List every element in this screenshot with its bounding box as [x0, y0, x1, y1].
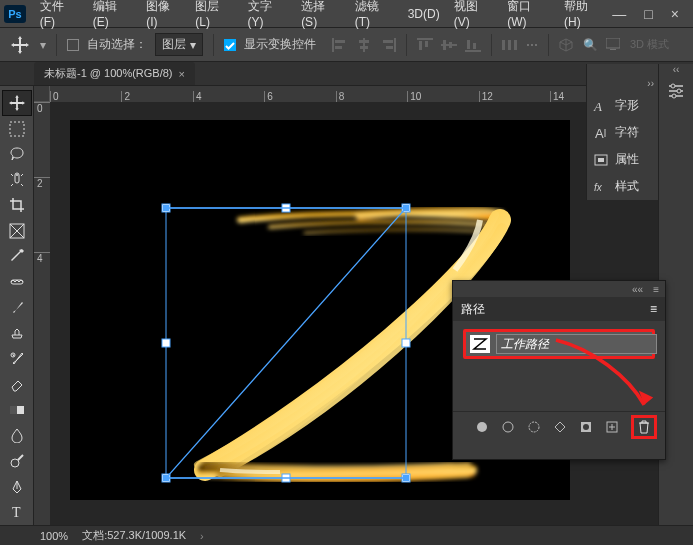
- clone-stamp-tool[interactable]: [2, 320, 32, 346]
- move-tool[interactable]: [2, 90, 32, 116]
- eraser-tool[interactable]: [2, 372, 32, 398]
- panel-options-icon[interactable]: ≡: [650, 302, 657, 316]
- svg-text:fx: fx: [594, 182, 603, 193]
- ruler-origin[interactable]: [34, 86, 50, 102]
- zoom-level[interactable]: 100%: [40, 530, 68, 542]
- window-minimize-icon[interactable]: —: [612, 6, 626, 22]
- svg-rect-17: [473, 43, 476, 49]
- show-transform-controls-checkbox[interactable]: [224, 39, 236, 51]
- quick-selection-tool[interactable]: [2, 167, 32, 193]
- menu-layer[interactable]: 图层(L): [189, 0, 239, 33]
- menu-select[interactable]: 选择(S): [295, 0, 347, 33]
- svg-point-54: [477, 422, 487, 432]
- svg-rect-9: [417, 38, 433, 40]
- new-path-icon[interactable]: [605, 420, 619, 434]
- paths-panel-title[interactable]: 路径: [461, 301, 485, 318]
- type-tool[interactable]: T: [2, 499, 32, 525]
- svg-point-31: [11, 459, 19, 467]
- menu-edit[interactable]: 编辑(E): [87, 0, 139, 33]
- pen-tool[interactable]: [2, 474, 32, 500]
- brush-tool[interactable]: [2, 295, 32, 321]
- doc-info[interactable]: 文档:527.3K/1009.1K: [82, 528, 186, 543]
- svg-text:A: A: [595, 126, 604, 141]
- document-tab-title: 未标题-1 @ 100%(RGB/8): [44, 66, 173, 81]
- align-center-v-icon[interactable]: [441, 38, 457, 52]
- styles-panel-item[interactable]: fx 样式: [587, 173, 658, 200]
- gradient-tool[interactable]: [2, 397, 32, 423]
- svg-rect-44: [163, 475, 169, 481]
- tools-palette: T: [0, 86, 34, 525]
- align-center-h-icon[interactable]: [356, 38, 372, 52]
- svg-rect-0: [332, 38, 334, 52]
- svg-point-25: [16, 174, 18, 176]
- add-mask-icon[interactable]: [579, 420, 593, 434]
- svg-rect-10: [419, 41, 422, 50]
- dodge-tool[interactable]: [2, 448, 32, 474]
- close-tab-icon[interactable]: ×: [179, 68, 185, 80]
- panel-collapse-icon[interactable]: ››: [587, 78, 658, 92]
- svg-text:A: A: [593, 99, 602, 114]
- fill-path-icon[interactable]: [475, 420, 489, 434]
- panel-collapse-icon[interactable]: ««: [632, 284, 643, 295]
- align-right-icon[interactable]: [380, 38, 396, 52]
- work-path-row[interactable]: [463, 329, 655, 359]
- auto-select-target-dropdown[interactable]: 图层 ▾: [155, 33, 203, 56]
- menu-image[interactable]: 图像(I): [140, 0, 187, 33]
- blur-tool[interactable]: [2, 423, 32, 449]
- ruler-vertical[interactable]: 024: [34, 102, 50, 525]
- svg-rect-14: [449, 42, 452, 48]
- svg-point-53: [672, 94, 676, 98]
- eyedropper-tool[interactable]: [2, 244, 32, 270]
- document-tab[interactable]: 未标题-1 @ 100%(RGB/8) ×: [34, 62, 195, 85]
- spot-healing-tool[interactable]: [2, 269, 32, 295]
- menu-window[interactable]: 窗口(W): [501, 0, 556, 33]
- screen-mode-icon[interactable]: [606, 38, 622, 52]
- path-to-selection-icon[interactable]: [527, 420, 541, 434]
- svg-rect-23: [10, 122, 24, 136]
- lasso-tool[interactable]: [2, 141, 32, 167]
- crop-tool[interactable]: [2, 192, 32, 218]
- delete-path-icon[interactable]: [637, 420, 651, 434]
- align-left-icon[interactable]: [332, 38, 348, 52]
- distribute-h-icon[interactable]: [502, 38, 518, 52]
- stroke-path-icon[interactable]: [501, 420, 515, 434]
- window-maximize-icon[interactable]: □: [644, 6, 652, 22]
- menubar: Ps 文件(F) 编辑(E) 图像(I) 图层(L) 文字(Y) 选择(S) 滤…: [0, 0, 693, 28]
- svg-rect-37: [162, 339, 170, 347]
- alignment-icons-group: ⋯ 🔍 3D 模式: [332, 34, 669, 56]
- menu-3d[interactable]: 3D(D): [402, 3, 446, 25]
- selection-to-path-icon[interactable]: [553, 420, 567, 434]
- chevron-down-icon[interactable]: ▾: [40, 38, 46, 52]
- search-icon[interactable]: 🔍: [583, 38, 598, 52]
- menu-filter[interactable]: 滤镜(T): [349, 0, 400, 33]
- menu-type[interactable]: 文字(Y): [242, 0, 294, 33]
- menu-file[interactable]: 文件(F): [34, 0, 85, 33]
- svg-rect-2: [335, 46, 342, 49]
- paths-panel-footer: [453, 411, 665, 441]
- dock-settings-icon[interactable]: [661, 78, 691, 104]
- character-panel-item[interactable]: A 字符: [587, 119, 658, 146]
- align-bottom-icon[interactable]: [465, 38, 481, 52]
- 3d-mode-box-icon[interactable]: [559, 38, 575, 52]
- dock-collapse-icon[interactable]: ‹‹: [659, 64, 693, 78]
- rectangular-marquee-tool[interactable]: [2, 116, 32, 142]
- svg-rect-30: [10, 406, 17, 414]
- move-tool-indicator-icon[interactable]: [8, 33, 32, 57]
- panel-menu-icon[interactable]: ≡: [653, 284, 659, 295]
- window-close-icon[interactable]: ×: [671, 6, 679, 22]
- svg-rect-5: [360, 46, 368, 49]
- 3d-mode-label: 3D 模式: [630, 37, 669, 52]
- history-brush-tool[interactable]: [2, 346, 32, 372]
- align-top-icon[interactable]: [417, 38, 433, 52]
- glyphs-panel-item[interactable]: A 字形: [587, 92, 658, 119]
- path-name-input[interactable]: [496, 334, 657, 354]
- status-more-icon[interactable]: ›: [200, 530, 204, 542]
- frame-tool[interactable]: [2, 218, 32, 244]
- more-options-icon[interactable]: ⋯: [526, 38, 538, 52]
- properties-panel-item[interactable]: 属性: [587, 146, 658, 173]
- menu-view[interactable]: 视图(V): [448, 0, 500, 33]
- menu-help[interactable]: 帮助(H): [558, 0, 610, 33]
- svg-rect-11: [425, 41, 428, 47]
- auto-select-checkbox[interactable]: [67, 39, 79, 51]
- paths-panel[interactable]: «« ≡ 路径 ≡: [452, 280, 666, 460]
